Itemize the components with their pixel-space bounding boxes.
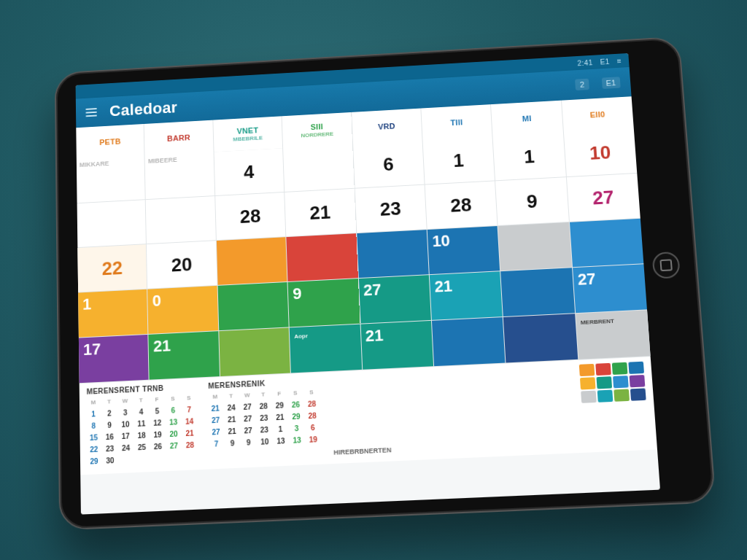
calendar-cell[interactable] [432,317,506,366]
swatch-cell[interactable] [612,362,628,375]
color-swatch[interactable] [579,362,646,403]
calendar-cell[interactable]: 6 [353,141,425,188]
swatch-cell[interactable] [595,363,611,376]
day-header[interactable]: PETB [76,124,144,160]
calendar-cell[interactable]: 23 [355,185,426,233]
calendar-cell[interactable]: 21 [149,331,220,379]
day-header[interactable]: VRD [352,109,422,144]
home-button[interactable] [651,252,680,279]
day-header[interactable]: SIIINORDRERE [282,112,352,148]
calendar-cell[interactable]: 21 [430,271,503,320]
calendar-cell[interactable]: 20 [147,241,217,289]
calendar-cell[interactable]: 10 [564,129,638,177]
swatch-cell[interactable] [613,376,629,388]
calendar-cell[interactable]: 28 [215,192,285,240]
calendar-cell[interactable]: Aopr [290,324,362,373]
mini-cal-1[interactable]: MERENSRENT TRNB MTWTFSS12345678910111213… [87,383,197,467]
calendar-grid: MIKKAREMIBEERE46111028212328927222010109… [77,129,651,384]
status-right: ≡ [616,57,622,65]
calendar-cell[interactable] [500,268,574,316]
calendar-cell[interactable] [498,222,572,271]
calendar-cell[interactable] [286,233,357,281]
calendar-cell[interactable] [219,327,290,376]
calendar-cell[interactable]: 10 [427,226,500,274]
calendar-cell[interactable]: 4 [214,148,284,195]
day-header[interactable]: BARR [144,120,213,156]
day-header[interactable]: MI [491,101,562,137]
swatch-cell[interactable] [580,377,596,389]
screen: 2:41 E1 ≡ Caledoar 2 E1 PETBBARRVNETMBEB… [76,53,660,515]
calendar-cell[interactable]: 17 [79,335,149,383]
calendar-cell[interactable]: 0 [148,286,219,334]
calendar-cell[interactable]: 1 [493,133,566,180]
calendar-cell[interactable]: 27 [573,264,647,313]
calendar-cell[interactable]: 1 [422,136,495,184]
legend-label: HIREBRBNERTEN [333,446,392,456]
mini-cal-2[interactable]: MERENSRENIK MTWTFSS212427282926282721272… [208,377,320,450]
calendar-cell[interactable] [217,237,287,285]
day-header[interactable]: EII0 [562,96,634,133]
calendar-cell[interactable] [146,196,216,244]
calendar-cell[interactable]: 28 [425,181,498,229]
swatch-cell[interactable] [614,389,630,401]
swatch-cell[interactable] [630,388,646,400]
calendar-cell[interactable]: 27 [567,174,640,222]
calendar-cell[interactable]: 21 [285,189,355,236]
header-chip-2[interactable]: E1 [601,77,620,89]
calendar-cell[interactable] [503,314,578,362]
calendar-cell[interactable] [283,144,354,192]
menu-icon[interactable] [85,108,97,117]
calendar-cell[interactable] [570,219,644,267]
calendar-cell[interactable]: 22 [77,244,147,292]
header-chip-1[interactable]: 2 [575,79,589,90]
swatch-cell[interactable] [628,362,644,374]
tablet-frame: 2:41 E1 ≡ Caledoar 2 E1 PETBBARRVNETMBEB… [55,36,716,531]
calendar-cell[interactable]: 21 [360,321,433,370]
app-title: Caledoar [109,98,177,120]
swatch-cell[interactable] [579,364,595,376]
calendar-cell[interactable]: MIKKARE [77,156,145,203]
calendar-cell[interactable]: 27 [358,275,430,323]
calendar-cell[interactable] [77,200,147,247]
calendar-cell[interactable] [357,230,429,278]
calendar-cell[interactable]: 9 [288,279,360,327]
status-left: 2:41 [577,58,593,67]
calendar-cell[interactable]: 9 [495,177,568,225]
calendar-cell[interactable]: MERBRENT [576,310,651,359]
calendar-cell[interactable]: MIBEERE [145,152,214,200]
status-mid: E1 [600,58,610,66]
calendar-cell[interactable] [217,282,288,330]
day-header[interactable]: VNETMBEBRILE [213,116,282,152]
calendar-cell[interactable]: 1 [78,289,148,338]
calendar-content: PETBBARRVNETMBEBRILESIIINORDREREVRDTIIIM… [76,96,660,514]
swatch-cell[interactable] [597,390,614,402]
day-header[interactable]: TIII [421,104,492,140]
swatch-cell[interactable] [596,376,612,389]
swatch-cell[interactable] [630,375,646,387]
swatch-cell[interactable] [581,391,597,403]
